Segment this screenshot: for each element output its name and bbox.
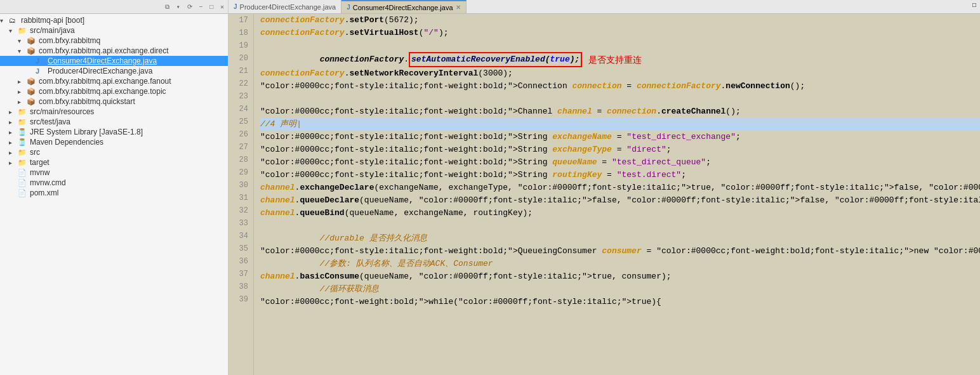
maximize-icon[interactable]: □ [209,4,213,11]
tree-node-icon: 📦 [27,47,37,55]
sidebar-tree: ▾🗂rabbitmq-api [boot]▾📁src/main/java▾📦co… [0,14,228,375]
line-numbers: 1718192021222324252627282930313233343536… [228,14,254,375]
sidebar-item-jre-system[interactable]: ▸🫙JRE System Library [JavaSE-1.8] [0,127,228,137]
code-line-39[interactable]: "color:#0000cc;font-weight:bold;">while(… [260,296,980,308]
code-line-29[interactable]: "color:#0000cc;font-style:italic;font-we… [260,169,980,181]
tree-node-icon: 📄 [18,189,28,197]
tree-node-icon: J [36,67,46,75]
tree-node-icon: 📁 [18,118,28,126]
sidebar-item-com-bfxy-api-topic[interactable]: ▸📦com.bfxy.rabbitmq.api.exchange.topic [0,86,228,96]
tab-consumer-tab[interactable]: JConsumer4DirectExchange.java✕ [341,0,466,13]
code-line-31[interactable]: channel.queueDeclare(queueName, "color:#… [260,194,980,207]
sidebar-item-src-main-resources[interactable]: ▸📁src/main/resources [0,107,228,117]
editor-area: JProducer4DirectExchange.javaJConsumer4D… [228,0,980,375]
code-line-20[interactable]: connectionFactory.setAutomaticRecoveryEn… [260,52,980,67]
line-number: 32 [228,204,248,217]
line-number: 27 [228,141,248,154]
sidebar-item-label: target [30,158,50,167]
code-comment: //4 声明| [260,118,301,131]
code-line-25[interactable]: //4 声明| [260,118,980,131]
tree-arrow-icon: ▸ [9,109,18,115]
line-number: 21 [228,65,248,77]
code-line-38: //循环获取消息 [260,283,980,296]
sidebar-item-src-main-java[interactable]: ▾📁src/main/java [0,25,228,36]
line-number: 34 [228,230,248,242]
tab-close-button[interactable]: ✕ [456,4,461,11]
code-comment: //参数: 队列名称、是否自动ACK、Consumer [260,258,493,270]
sidebar-item-label: com.bfxy.rabbitmq [39,36,100,45]
tree-node-icon: 📄 [18,179,28,187]
package-explorer-panel: ⧉ ▾ ⟳ − □ ✕ ▾🗂rabbitmq-api [boot]▾📁src/m… [0,0,228,375]
code-line-24[interactable]: "color:#0000cc;font-style:italic;font-we… [260,105,980,118]
line-number: 19 [228,39,248,52]
sidebar-item-com-bfxy-quickstart[interactable]: ▸📦com.bfxy.rabbitmq.quickstart [0,96,228,107]
sidebar-item-src[interactable]: ▸📁src [0,147,228,157]
tree-node-icon: 🗂 [9,16,19,24]
sidebar-item-src-test-java[interactable]: ▸📁src/test/java [0,117,228,127]
sidebar-item-com-bfxy-api-fanout[interactable]: ▸📦com.bfxy.rabbitmq.api.exchange.fanout [0,76,228,86]
code-line-35[interactable]: "color:#0000cc;font-style:italic;font-we… [260,245,980,258]
sidebar-item-label: src/main/java [30,26,75,35]
sidebar-item-com-bfxy-rabbitmq[interactable]: ▾📦com.bfxy.rabbitmq [0,36,228,46]
line-number: 30 [228,179,248,192]
minimize-icon[interactable]: − [199,4,202,11]
sidebar-item-pom-xml[interactable]: 📄pom.xml [0,188,228,198]
code-line-21[interactable]: connectionFactory.setNetworkRecoveryInte… [260,67,980,80]
tree-node-icon: 📦 [27,98,37,106]
tree-arrow-icon: ▸ [18,88,27,95]
code-line-34: //durable 是否持久化消息 [260,232,980,245]
editor-tabs: JProducer4DirectExchange.javaJConsumer4D… [228,0,980,14]
code-line-33 [260,220,980,232]
sidebar-toolbar: ⧉ ▾ ⟳ − □ ✕ [163,2,224,11]
editor-content[interactable]: 1718192021222324252627282930313233343536… [228,14,980,375]
sidebar-item-label: Maven Dependencies [30,138,103,147]
line-number: 39 [228,293,248,306]
java-file-icon: J [234,3,237,10]
sidebar-item-label: JRE System Library [JavaSE-1.8] [30,128,143,136]
sidebar-item-mvnw-cmd[interactable]: 📄mvnw.cmd [0,178,228,188]
sidebar-item-target[interactable]: ▸📁target [0,157,228,168]
tree-node-icon: 📁 [18,148,28,157]
sidebar-item-label: Producer4DirectExchange.java [48,67,152,76]
tree-node-icon: 📦 [27,77,37,86]
sidebar-item-Producer4DirectExchange[interactable]: JProducer4DirectExchange.java [0,66,228,76]
tab-spacer [467,0,969,13]
code-comment: //循环获取消息 [260,283,379,296]
code-line-32[interactable]: channel.queueBind(queueName, exchangeNam… [260,207,980,220]
editor-maximize-button[interactable]: □ [969,0,980,13]
sidebar-item-label: com.bfxy.rabbitmq.api.exchange.direct [39,46,169,55]
tree-arrow-icon: ▸ [9,159,18,166]
sidebar-item-rabbitmq-api[interactable]: ▾🗂rabbitmq-api [boot] [0,15,228,25]
code-line-17[interactable]: connectionFactory.setPort(5672); [260,14,980,27]
sidebar-item-label: Consumer4DirectExchange.java [48,56,157,65]
sidebar-item-Consumer4DirectExchange[interactable]: JConsumer4DirectExchange.java [0,56,228,66]
close-icon[interactable]: ✕ [220,4,224,11]
tree-arrow-icon: ▾ [9,27,18,34]
tree-node-icon: 📁 [18,108,28,116]
sidebar-item-com-bfxy-api-direct[interactable]: ▾📦com.bfxy.rabbitmq.api.exchange.direct [0,46,228,56]
tab-label: Consumer4DirectExchange.java [353,4,453,11]
tree-arrow-icon: ▾ [18,48,27,55]
sidebar-item-label: src/main/resources [30,107,94,116]
line-number: 38 [228,280,248,293]
code-lines[interactable]: connectionFactory.setPort(5672); connect… [254,14,980,375]
tab-producer-tab[interactable]: JProducer4DirectExchange.java [228,0,341,13]
line-number: 24 [228,103,248,115]
collapse-icon[interactable]: ⧉ [165,4,169,11]
sidebar-item-label: src/test/java [30,117,70,126]
sidebar-item-mvnw[interactable]: 📄mvnw [0,168,228,178]
sync-icon[interactable]: ⟳ [187,4,192,11]
code-line-22[interactable]: "color:#0000cc;font-style:italic;font-we… [260,80,980,93]
code-text: connectionFactory. [260,53,409,66]
code-line-27[interactable]: "color:#0000cc;font-style:italic;font-we… [260,143,980,156]
line-number: 25 [228,115,248,128]
sidebar-item-maven-deps[interactable]: ▸🫙Maven Dependencies [0,137,228,147]
code-line-26[interactable]: "color:#0000cc;font-style:italic;font-we… [260,131,980,143]
line-number: 29 [228,166,248,179]
code-line-18[interactable]: connectionFactory.setVirtualHost("/"); [260,27,980,39]
expand-icon[interactable]: ▾ [176,4,180,11]
code-line-30[interactable]: channel.exchangeDeclare(exchangeName, ex… [260,181,980,194]
sidebar-header: ⧉ ▾ ⟳ − □ ✕ [0,0,228,14]
code-line-28[interactable]: "color:#0000cc;font-style:italic;font-we… [260,156,980,169]
code-line-37[interactable]: channel.basicConsume(queueName, "color:#… [260,270,980,283]
